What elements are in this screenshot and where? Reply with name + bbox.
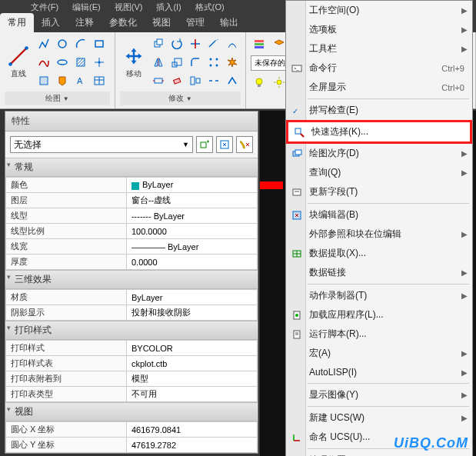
fillet-icon[interactable] [187, 54, 204, 71]
menu-item-label: 选项板 [309, 23, 337, 36]
fill-icon[interactable] [54, 72, 71, 89]
menu-item[interactable]: 工具栏▶ [286, 39, 472, 58]
move-button[interactable]: 移动 [120, 39, 147, 85]
draw-group-label[interactable]: 绘图 [5, 92, 110, 105]
menu-item[interactable]: 绘图次序(D)▶ [286, 144, 472, 163]
offset-icon[interactable] [224, 35, 241, 52]
rotate-icon[interactable] [168, 35, 185, 52]
array-icon[interactable] [205, 54, 222, 71]
ribbon-tab[interactable]: 插入 [34, 13, 68, 32]
stretch-icon[interactable] [150, 72, 167, 89]
menu-item-label: 数据提取(X)... [309, 247, 366, 260]
menu-item[interactable]: 外部参照和块在位编辑▶ [286, 225, 472, 244]
menu-item[interactable]: 视图(V) [115, 2, 143, 13]
trim-icon[interactable] [187, 35, 204, 52]
menu-item[interactable]: 运行脚本(R)... [286, 325, 472, 344]
prop-row[interactable]: 打印样式BYCOLOR [6, 341, 258, 356]
point-icon[interactable] [91, 54, 108, 71]
menu-item[interactable]: 查询(Q)▶ [286, 163, 472, 182]
svg-text:✓: ✓ [292, 107, 298, 115]
layer-state-icon[interactable] [251, 35, 268, 52]
toggle-pickadd-button[interactable] [196, 136, 213, 153]
svg-point-27 [216, 65, 218, 67]
svg-point-60 [295, 314, 298, 317]
menu-item[interactable]: 快速选择(K)... [286, 120, 472, 144]
region-icon[interactable] [35, 72, 52, 89]
erase-icon[interactable] [168, 72, 185, 89]
spline-icon[interactable] [35, 54, 52, 71]
watermark: UiBQ.CoM [394, 435, 468, 451]
ribbon-tab[interactable]: 常用 [0, 13, 34, 32]
select-objects-button[interactable] [216, 136, 233, 153]
rect-icon[interactable] [91, 35, 108, 52]
circle-icon[interactable] [54, 35, 71, 52]
prop-section-header[interactable]: 三维效果 [5, 270, 258, 289]
ribbon-tab[interactable]: 管理 [178, 13, 212, 32]
copy-icon[interactable] [150, 35, 167, 52]
quick-select-button[interactable] [236, 136, 253, 153]
svg-point-39 [277, 80, 281, 85]
svg-line-20 [215, 39, 218, 41]
prop-row[interactable]: 线宽———— ByLayer [6, 239, 258, 255]
menu-separator [308, 383, 469, 384]
prop-row[interactable]: 线型------- ByLayer [6, 208, 258, 224]
prop-row[interactable]: 圆心 Y 坐标47619.2782 [6, 438, 258, 453]
menu-item[interactable]: 地理位置(G)... [286, 451, 472, 456]
arc-icon[interactable] [72, 35, 89, 52]
break-icon[interactable] [205, 72, 222, 89]
menu-item[interactable]: 全屏显示Ctrl+0 [286, 78, 472, 97]
menu-item[interactable]: 数据链接▶ [286, 263, 472, 282]
menu-item[interactable]: 显示图像(Y)▶ [286, 385, 472, 404]
prop-row[interactable]: 图层窗台--虚线 [6, 193, 258, 208]
text-icon[interactable]: A [72, 72, 89, 89]
prop-row[interactable]: 圆心 X 坐标461679.0841 [6, 422, 258, 438]
menu-item[interactable]: 动作录制器(T)▶ [286, 286, 472, 305]
menu-item[interactable]: 工作空间(O)▶ [286, 1, 472, 20]
prop-row[interactable]: 颜色ByLayer [6, 178, 258, 193]
menu-item[interactable]: AutoLISP(I)▶ [286, 363, 472, 381]
selection-dropdown[interactable]: 无选择▼ [10, 136, 193, 153]
join-icon[interactable] [224, 72, 241, 89]
menu-item[interactable]: 新建 UCS(W)▶ [286, 408, 472, 428]
hatch-icon[interactable] [72, 54, 89, 71]
menu-item[interactable]: 更新字段(T) [286, 182, 472, 201]
prop-section-header[interactable]: 视图 [5, 402, 258, 421]
bulb-icon[interactable] [251, 74, 268, 91]
menu-item[interactable]: 宏(A)▶ [286, 344, 472, 363]
prop-row[interactable]: 打印表类型不可用 [6, 387, 258, 402]
menu-item[interactable]: 插入(I) [156, 2, 181, 13]
prop-row[interactable]: 阴影显示投射和接收阴影 [6, 305, 258, 321]
prop-row[interactable]: 材质ByLayer [6, 290, 258, 305]
mirror-icon[interactable] [150, 54, 167, 71]
menu-item-label: 宏(A) [309, 347, 331, 360]
ribbon-tab[interactable]: 注释 [68, 13, 102, 32]
ellipse-icon[interactable] [54, 54, 71, 71]
menu-item[interactable]: ✓拼写检查(E) [286, 101, 472, 120]
polyline-icon[interactable] [35, 35, 52, 52]
ribbon-tab[interactable]: 参数化 [102, 13, 145, 32]
modify-group-label[interactable]: 修改 [120, 92, 241, 105]
menu-item[interactable]: 块编辑器(B) [286, 205, 472, 225]
prop-row[interactable]: 厚度0.0000 [6, 255, 258, 270]
prop-row[interactable]: 打印样式表ckplot.ctb [6, 356, 258, 371]
table-icon[interactable] [91, 72, 108, 89]
explode-icon[interactable] [224, 54, 241, 71]
ribbon-tab[interactable]: 视图 [145, 13, 178, 32]
align-icon[interactable] [187, 72, 204, 89]
menu-item[interactable]: 编辑(E) [72, 2, 101, 13]
menu-item[interactable]: 文件(F) [31, 2, 58, 13]
ribbon-tab[interactable]: 输出 [212, 13, 246, 32]
prop-section-header[interactable]: 常规 [5, 158, 258, 177]
scale-icon[interactable] [168, 54, 185, 71]
prop-row[interactable]: 打印表附着到模型 [6, 371, 258, 387]
submenu-arrow-icon: ▶ [461, 25, 468, 34]
line-button[interactable]: 直线 [5, 39, 32, 85]
prop-row[interactable]: 线型比例100.0000 [6, 224, 258, 239]
menu-item[interactable]: 加载应用程序(L)... [286, 305, 472, 325]
extend-icon[interactable] [205, 35, 222, 52]
menu-item[interactable]: >_命令行Ctrl+9 [286, 58, 472, 78]
menu-item[interactable]: 选项板▶ [286, 20, 472, 39]
menu-item[interactable]: 数据提取(X)... [286, 244, 472, 263]
prop-section-header[interactable]: 打印样式 [5, 321, 258, 340]
menu-item[interactable]: 格式(O) [195, 2, 225, 13]
